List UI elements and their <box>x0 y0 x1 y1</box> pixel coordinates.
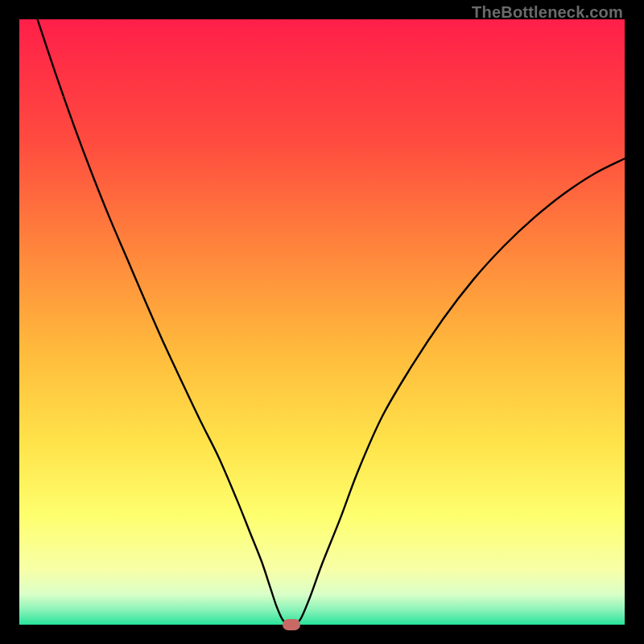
bottleneck-curve <box>19 19 625 625</box>
plot-area <box>19 19 625 625</box>
optimal-point-marker <box>283 619 300 630</box>
figure-canvas: TheBottleneck.com <box>0 0 644 644</box>
